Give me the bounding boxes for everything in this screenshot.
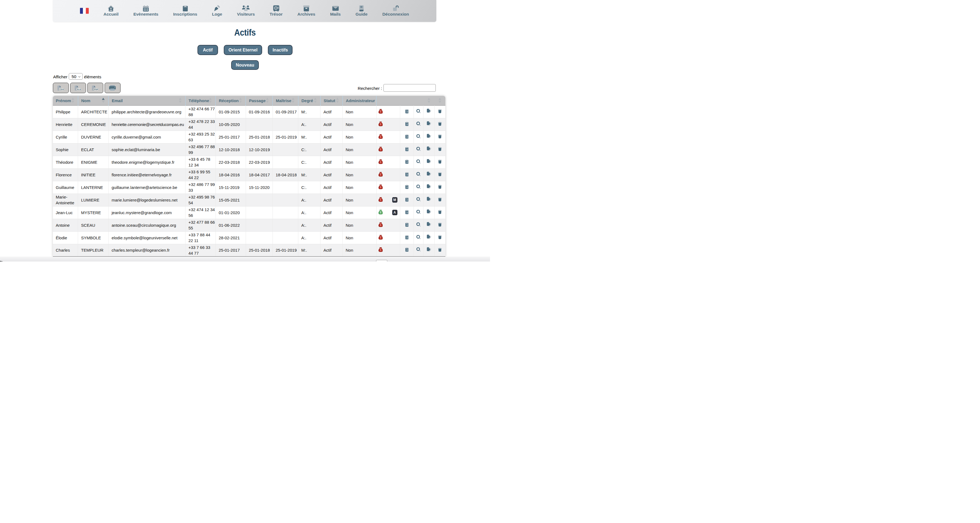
svg-text:$: $	[380, 161, 382, 164]
svg-text:PDF: PDF	[94, 88, 98, 90]
svg-text:$: $	[380, 211, 382, 214]
svg-text:$: $	[380, 123, 382, 126]
svg-text:$: $	[380, 249, 382, 252]
svg-text:$: $	[380, 223, 382, 226]
svg-text:XLS: XLS	[77, 88, 81, 90]
svg-text:$: $	[380, 135, 382, 138]
svg-text:CSV: CSV	[60, 88, 64, 90]
svg-text:$: $	[380, 173, 382, 176]
svg-text:$: $	[380, 198, 382, 201]
svg-text:$: $	[380, 110, 382, 113]
svg-text:$: $	[380, 186, 382, 189]
svg-text:$: $	[380, 148, 382, 151]
svg-text:$: $	[380, 236, 382, 239]
